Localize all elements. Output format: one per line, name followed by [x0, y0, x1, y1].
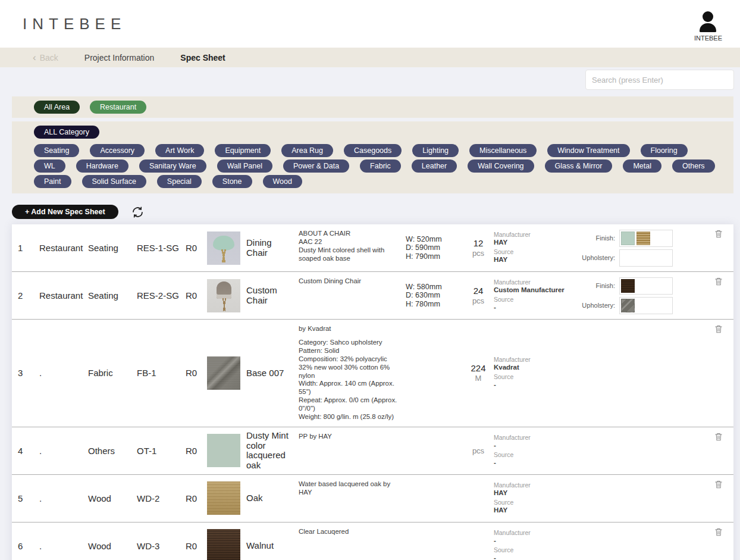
row-revision: R0 [186, 272, 207, 319]
row-quantity: 24 pcs [463, 272, 494, 319]
category-chip-window-treatment[interactable]: Window Treatment [547, 144, 629, 157]
manufacturer-value: HAY [494, 489, 507, 496]
manufacturer-label: Manufacturer [494, 529, 531, 536]
category-chip-casegoods[interactable]: Casegoods [344, 144, 402, 157]
add-new-spec-sheet-button[interactable]: + Add New Spec Sheet [12, 205, 118, 219]
delete-icon[interactable] [714, 432, 723, 442]
manufacturer-value: HAY [494, 239, 507, 246]
row-manufacturer-block: Manufacturer HAY Source HAY [494, 224, 577, 271]
back-button[interactable]: ‹ Back [33, 52, 58, 62]
search-input[interactable] [585, 70, 734, 90]
dining-chair-photo[interactable] [207, 231, 240, 265]
category-chip-stone[interactable]: Stone [212, 175, 252, 188]
finish-swatch [621, 231, 635, 245]
category-chip-hardware[interactable]: Hardware [76, 159, 128, 173]
category-chip-solid-surface[interactable]: Solid Surface [82, 175, 146, 188]
row-finish-block [577, 475, 707, 522]
category-chip-equipment[interactable]: Equipment [215, 144, 271, 157]
category-chip-power-data[interactable]: Power & Data [283, 159, 349, 173]
category-chip-wall-covering[interactable]: Wall Covering [468, 159, 534, 173]
row-code: FB-1 [137, 320, 186, 427]
area-chip-restaurant[interactable]: Restaurant [90, 101, 146, 114]
row-delete-cell [707, 427, 733, 474]
upholstery-label: Upholstery: [577, 302, 615, 309]
finish-box[interactable] [619, 230, 673, 247]
walnut-sample-photo[interactable] [207, 529, 240, 560]
delete-icon[interactable] [714, 324, 723, 334]
category-chip-lighting[interactable]: Lighting [412, 144, 459, 157]
category-chip-leather[interactable]: Leather [412, 159, 457, 173]
fabric-sample-photo[interactable] [207, 356, 240, 390]
row-number: 5 [12, 475, 33, 522]
description-line: Dusty Mint colored shell with soaped oak… [299, 246, 402, 263]
finish-swatch-oak [636, 231, 650, 245]
category-chip-glass-mirror[interactable]: Glass & Mirror [545, 159, 613, 173]
row-code: OT-1 [137, 427, 186, 474]
row-area: . [33, 523, 82, 560]
delete-icon[interactable] [714, 480, 723, 489]
description-line: AAC 22 [299, 238, 402, 246]
category-chip-others[interactable]: Others [672, 159, 715, 173]
category-chip-special[interactable]: Special [157, 175, 202, 188]
category-chip-miscellaneous[interactable]: Miscellaneous [469, 144, 537, 157]
tab-project-information[interactable]: Project Information [84, 53, 155, 62]
source-value: - [494, 381, 496, 388]
upholstery-box[interactable] [619, 297, 673, 314]
toolbar: + Add New Spec Sheet [12, 205, 740, 219]
row-dimensions [406, 523, 463, 560]
row-revision: R0 [186, 523, 207, 560]
oak-sample-photo[interactable] [207, 481, 240, 515]
table-row: 3 . Fabric FB-1 R0 Base 007 by KvadratCa… [12, 320, 733, 427]
row-description: Clear Lacuqered [297, 523, 406, 560]
category-chip-all-category[interactable]: ALL Category [34, 126, 99, 139]
row-finish-block: Finish: Upholstery: [577, 224, 707, 271]
category-chip-area-rug[interactable]: Area Rug [281, 144, 333, 157]
row-quantity [463, 523, 494, 560]
row-item-name: Dining Chair [246, 224, 297, 271]
tab-spec-sheet[interactable]: Spec Sheet [180, 53, 225, 62]
finish-swatch-walnut [621, 279, 635, 293]
dimension-line: H: 780mm [406, 300, 440, 308]
row-number: 6 [12, 523, 33, 560]
category-chip-wood[interactable]: Wood [263, 175, 302, 188]
user-avatar-icon [697, 11, 719, 33]
row-area: Restaurant [33, 224, 82, 271]
quantity-unit: pcs [472, 296, 484, 305]
category-chip-fabric[interactable]: Fabric [360, 159, 401, 173]
row-revision: R0 [186, 320, 207, 427]
row-quantity: 12 pcs [463, 224, 494, 271]
custom-chair-photo[interactable] [207, 279, 240, 312]
finish-box[interactable] [619, 277, 673, 295]
dusty-mint-swatch[interactable] [207, 434, 240, 467]
row-revision: R0 [186, 427, 207, 474]
category-chip-flooring[interactable]: Flooring [641, 144, 688, 157]
manufacturer-value: Kvadrat [494, 364, 519, 371]
row-item-name: Base 007 [246, 320, 297, 427]
row-category: Wood [82, 523, 137, 560]
category-chip-paint[interactable]: Paint [34, 175, 71, 188]
area-chip-all-area[interactable]: All Area [34, 101, 80, 114]
delete-icon[interactable] [714, 277, 723, 286]
row-area: Restaurant [33, 272, 82, 319]
category-chip-seating[interactable]: Seating [34, 144, 79, 157]
category-chip-accessory[interactable]: Accessory [90, 144, 145, 157]
row-code: WD-2 [137, 475, 186, 522]
finish-line: Finish: [577, 230, 673, 247]
description-line: Repeat: Approx. 0/0 cm (Approx. 0"/0") [299, 396, 402, 413]
description-line: Clear Lacuqered [299, 528, 402, 536]
upholstery-box[interactable] [619, 249, 673, 267]
refresh-icon[interactable] [131, 205, 145, 218]
source-value: - [494, 554, 496, 560]
category-chip-wall-panel[interactable]: Wall Panel [217, 159, 272, 173]
category-chip-sanitary-ware[interactable]: Sanitary Ware [139, 159, 206, 173]
category-chip-wl[interactable]: WL [34, 159, 65, 173]
delete-icon[interactable] [714, 527, 723, 537]
category-chip-list: SeatingAccessoryArt WorkEquipmentArea Ru… [34, 140, 733, 191]
user-menu[interactable]: INTEBEE [694, 11, 722, 42]
dimension-line: D: 590mm [406, 243, 440, 252]
category-chip-art-work[interactable]: Art Work [155, 144, 204, 157]
delete-icon[interactable] [714, 229, 723, 239]
category-chip-metal[interactable]: Metal [623, 159, 661, 173]
row-manufacturer-block: Manufacturer - Source - [494, 427, 577, 474]
row-category: Others [82, 427, 137, 474]
